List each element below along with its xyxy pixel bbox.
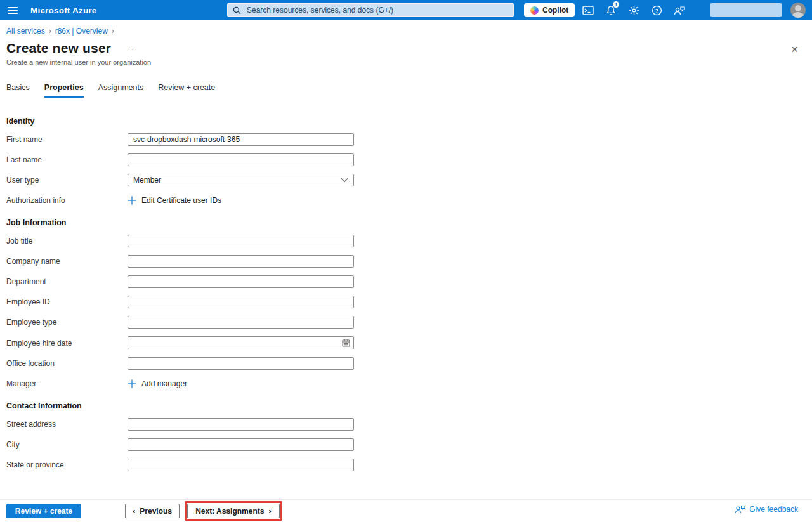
- avatar[interactable]: [790, 3, 806, 18]
- feedback-icon[interactable]: [672, 3, 686, 17]
- breadcrumb-all-services[interactable]: All services: [6, 27, 45, 36]
- employee-id-input[interactable]: [128, 296, 354, 308]
- employee-hire-date-label: Employee hire date: [6, 339, 128, 348]
- field-employee-id: Employee ID: [6, 296, 812, 308]
- page-subtitle: Create a new internal user in your organ…: [6, 58, 812, 66]
- last-name-label: Last name: [6, 155, 128, 164]
- top-bar-icons: 1 ?: [581, 0, 686, 20]
- field-first-name: First name: [6, 133, 812, 146]
- global-search[interactable]: [227, 3, 514, 17]
- street-address-label: Street address: [6, 420, 128, 429]
- chevron-right-icon: ›: [268, 506, 271, 516]
- field-office-location: Office location: [6, 357, 812, 370]
- review-create-button[interactable]: Review + create: [6, 504, 81, 518]
- employee-type-label: Employee type: [6, 318, 128, 327]
- city-label: City: [6, 440, 128, 449]
- add-manager-label: Add manager: [141, 379, 187, 388]
- tab-properties[interactable]: Properties: [44, 83, 84, 98]
- plus-icon: [128, 196, 136, 205]
- plus-icon: [128, 379, 136, 388]
- section-heading-contact-information: Contact Information: [6, 401, 812, 410]
- street-address-input[interactable]: [128, 418, 354, 431]
- chevron-down-icon: [341, 178, 348, 183]
- company-name-label: Company name: [6, 257, 128, 266]
- job-title-label: Job title: [6, 237, 128, 245]
- department-label: Department: [6, 277, 128, 286]
- field-employee-type: Employee type: [6, 316, 812, 329]
- copilot-icon: [530, 6, 539, 15]
- employee-id-label: Employee ID: [6, 297, 128, 306]
- previous-label: Previous: [140, 507, 172, 516]
- notification-badge: 1: [612, 1, 620, 8]
- office-location-input[interactable]: [128, 357, 354, 370]
- state-or-province-input[interactable]: [128, 459, 354, 471]
- state-or-province-label: State or province: [6, 460, 128, 469]
- wizard-tabs: Basics Properties Assignments Review + c…: [6, 83, 812, 98]
- field-city: City: [6, 438, 812, 451]
- search-icon: [233, 6, 241, 15]
- breadcrumb-r86x-overview[interactable]: r86x | Overview: [55, 27, 108, 36]
- field-department: Department: [6, 275, 812, 288]
- calendar-icon[interactable]: [342, 339, 350, 347]
- field-last-name: Last name: [6, 153, 812, 166]
- close-icon[interactable]: ×: [791, 43, 798, 55]
- breadcrumb: All services › r86x | Overview ›: [0, 20, 812, 36]
- copilot-label: Copilot: [542, 6, 568, 15]
- hamburger-menu-icon[interactable]: [0, 0, 25, 20]
- field-state-or-province: State or province: [6, 459, 812, 471]
- help-icon[interactable]: ?: [650, 3, 664, 17]
- breadcrumb-separator-icon: ›: [112, 27, 114, 36]
- field-street-address: Street address: [6, 418, 812, 431]
- give-feedback-label: Give feedback: [749, 505, 798, 514]
- settings-gear-icon[interactable]: [627, 3, 641, 17]
- app-title[interactable]: Microsoft Azure: [30, 0, 97, 20]
- city-input[interactable]: [128, 438, 354, 451]
- company-name-input[interactable]: [128, 255, 354, 268]
- manager-label: Manager: [6, 379, 128, 388]
- last-name-input[interactable]: [128, 153, 354, 166]
- section-heading-identity: Identity: [6, 117, 812, 126]
- tab-review-create[interactable]: Review + create: [158, 83, 215, 98]
- employee-hire-date-input[interactable]: [128, 336, 354, 349]
- more-options-icon[interactable]: ···: [128, 44, 138, 53]
- svg-text:?: ?: [655, 7, 658, 14]
- previous-button[interactable]: ‹ Previous: [125, 504, 180, 518]
- next-assignments-button[interactable]: Next: Assignments ›: [187, 504, 280, 518]
- top-bar: Microsoft Azure Copilot 1: [0, 0, 812, 20]
- chevron-left-icon: ‹: [133, 506, 135, 516]
- cloud-shell-icon[interactable]: [581, 3, 595, 17]
- field-job-title: Job title: [6, 235, 812, 247]
- user-type-select[interactable]: Member: [128, 174, 354, 186]
- first-name-label: First name: [6, 135, 128, 144]
- job-title-input[interactable]: [128, 235, 354, 247]
- add-manager-link[interactable]: Add manager: [128, 378, 187, 389]
- give-feedback-link[interactable]: Give feedback: [735, 505, 798, 514]
- notifications-bell-icon[interactable]: 1: [604, 3, 618, 17]
- annotation-highlight-box: Next: Assignments ›: [185, 501, 282, 521]
- next-label: Next: Assignments: [195, 507, 264, 516]
- wizard-footer: Review + create ‹ Previous Next: Assignm…: [0, 499, 812, 522]
- user-type-label: User type: [6, 176, 128, 185]
- employee-type-input[interactable]: [128, 316, 354, 329]
- feedback-person-icon: [735, 505, 745, 514]
- tab-basics[interactable]: Basics: [6, 83, 30, 98]
- field-authorization-info: Authorization info Edit Certificate user…: [6, 194, 812, 207]
- office-location-label: Office location: [6, 359, 128, 368]
- first-name-input[interactable]: [128, 133, 354, 146]
- field-employee-hire-date: Employee hire date: [6, 336, 812, 349]
- field-company-name: Company name: [6, 255, 812, 268]
- page-title: Create new user: [6, 41, 111, 56]
- user-type-value: Member: [133, 176, 161, 185]
- authorization-info-label: Authorization info: [6, 196, 128, 205]
- field-manager: Manager Add manager: [6, 377, 812, 390]
- breadcrumb-separator-icon: ›: [49, 27, 51, 36]
- edit-certificate-user-ids-link[interactable]: Edit Certificate user IDs: [128, 195, 221, 206]
- department-input[interactable]: [128, 275, 354, 288]
- account-info-redacted: [710, 3, 782, 17]
- edit-certificate-user-ids-label: Edit Certificate user IDs: [141, 196, 221, 205]
- copilot-button[interactable]: Copilot: [524, 3, 575, 17]
- search-input[interactable]: [246, 5, 508, 15]
- properties-form: Identity First name Last name User type …: [6, 117, 812, 471]
- section-heading-job-information: Job Information: [6, 218, 812, 227]
- tab-assignments[interactable]: Assignments: [98, 83, 144, 98]
